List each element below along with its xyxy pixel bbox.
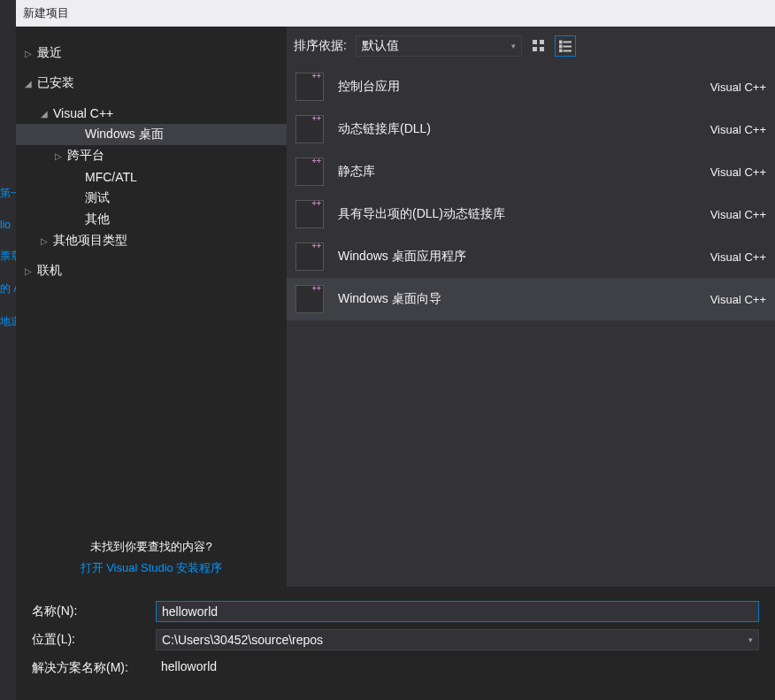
sort-toolbar: 排序依据: 默认值 ▾ <box>287 27 775 65</box>
svg-rect-0 <box>533 40 537 44</box>
project-name-input[interactable] <box>156 601 759 622</box>
tree-item-mfc-atl[interactable]: MFC/ATL <box>16 166 287 188</box>
project-form: 名称(N): 位置(L): C:\Users\30452\source\repo… <box>16 587 775 700</box>
template-icon <box>295 73 324 101</box>
chevron-right-icon: ▷ <box>25 49 37 58</box>
template-icon <box>295 200 324 228</box>
svg-rect-6 <box>559 45 562 48</box>
svg-rect-9 <box>564 50 572 51</box>
solution-name-input[interactable]: helloworld <box>156 658 759 679</box>
grid-icon <box>533 40 545 52</box>
dialog-title: 新建项目 <box>23 5 69 21</box>
svg-rect-8 <box>559 50 562 52</box>
template-icon <box>295 285 324 313</box>
template-icon <box>295 158 324 186</box>
solution-name-label: 解决方案名称(M): <box>32 660 149 676</box>
tree-item-online[interactable]: ▷ 联机 <box>16 260 287 281</box>
chevron-right-icon: ▷ <box>55 151 67 161</box>
template-row[interactable]: 静态库 Visual C++ <box>287 150 775 193</box>
template-row[interactable]: Windows 桌面向导 Visual C++ <box>287 278 775 320</box>
chevron-right-icon: ▷ <box>41 236 53 246</box>
template-row[interactable]: 控制台应用 Visual C++ <box>287 65 775 108</box>
template-icon <box>295 115 324 143</box>
template-row[interactable]: Windows 桌面应用程序 Visual C++ <box>287 235 775 278</box>
chevron-down-icon: ▾ <box>511 42 516 50</box>
svg-rect-7 <box>564 46 572 47</box>
tree-item-cross-platform[interactable]: ▷ 跨平台 <box>16 145 287 166</box>
template-row[interactable]: 具有导出项的(DLL)动态链接库 Visual C++ <box>287 193 775 235</box>
sort-by-label: 排序依据: <box>294 38 347 54</box>
tree-item-vcpp[interactable]: ◢ Visual C++ <box>16 103 287 124</box>
sort-dropdown[interactable]: 默认值 ▾ <box>356 35 522 57</box>
not-found-label: 未找到你要查找的内容? <box>27 539 276 555</box>
list-icon <box>559 40 572 52</box>
tree-item-windows-desktop[interactable]: Windows 桌面 <box>16 124 287 145</box>
template-icon <box>295 242 324 271</box>
chevron-down-icon: ◢ <box>25 79 37 88</box>
view-list-button[interactable] <box>556 36 575 56</box>
tree-item-installed[interactable]: ◢ 已安装 <box>16 73 287 94</box>
chevron-down-icon: ▾ <box>748 635 753 644</box>
svg-rect-1 <box>540 40 544 44</box>
template-list: 控制台应用 Visual C++ 动态链接库(DLL) Visual C++ 静… <box>287 65 775 587</box>
template-row[interactable]: 动态链接库(DLL) Visual C++ <box>287 108 775 150</box>
tree-item-other[interactable]: 其他 <box>16 209 287 230</box>
name-label: 名称(N): <box>32 604 149 619</box>
svg-rect-4 <box>559 41 562 43</box>
svg-rect-3 <box>540 47 544 51</box>
background-ide-gutter: 第一 lio 票章 的 A 地道 <box>0 0 16 700</box>
tree-item-test[interactable]: 测试 <box>16 188 287 209</box>
location-dropdown[interactable]: C:\Users\30452\source\repos ▾ <box>156 629 759 650</box>
svg-rect-2 <box>533 47 537 51</box>
view-grid-button[interactable] <box>529 36 549 56</box>
tree-item-other-types[interactable]: ▷ 其他项目类型 <box>16 230 287 251</box>
chevron-down-icon: ◢ <box>41 109 53 119</box>
tree-item-recent[interactable]: ▷ 最近 <box>16 42 287 64</box>
category-sidebar: ▷ 最近 ◢ 已安装 ◢ Visual C++ Windows 桌面 ▷ <box>16 27 287 587</box>
open-installer-link[interactable]: 打开 Visual Studio 安装程序 <box>27 560 276 576</box>
location-label: 位置(L): <box>32 632 149 648</box>
chevron-right-icon: ▷ <box>25 266 37 276</box>
svg-rect-5 <box>564 42 572 42</box>
dialog-titlebar: 新建项目 <box>16 0 775 27</box>
